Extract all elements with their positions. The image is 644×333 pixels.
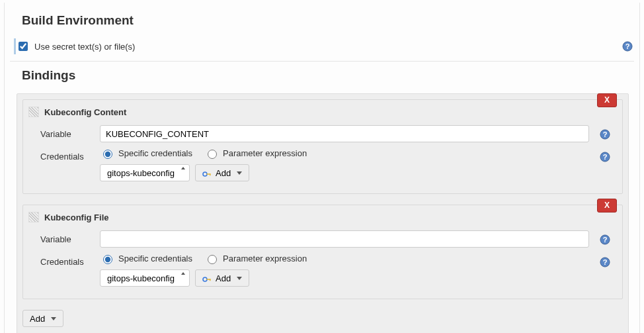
credentials-select[interactable]: gitops-kubeconfig xyxy=(100,269,190,287)
delete-binding-button[interactable]: X xyxy=(597,93,617,107)
variable-label: Variable xyxy=(40,125,93,139)
radio-specific-credentials[interactable]: Specific credentials xyxy=(100,148,192,159)
drag-handle-icon[interactable] xyxy=(28,212,39,222)
svg-rect-6 xyxy=(210,173,211,175)
add-credential-label: Add xyxy=(216,273,231,283)
chevron-down-icon xyxy=(237,277,242,280)
variable-input[interactable] xyxy=(100,125,589,142)
bindings-area: X Kubeconfig Content Variable ? Credenti… xyxy=(17,93,629,333)
svg-text:?: ? xyxy=(603,130,608,138)
variable-label: Variable xyxy=(40,230,93,244)
key-icon xyxy=(202,275,212,281)
radio-specific-credentials[interactable]: Specific credentials xyxy=(100,253,192,264)
binding-title: Kubeconfig Content xyxy=(44,107,126,117)
radio-param-label: Parameter expression xyxy=(223,254,307,263)
radio-param-input[interactable] xyxy=(208,255,217,264)
section-bindings: Bindings xyxy=(22,68,634,83)
add-credential-button[interactable]: Add xyxy=(195,164,249,181)
svg-text:?: ? xyxy=(603,258,608,266)
help-icon[interactable]: ? xyxy=(600,148,610,162)
help-icon[interactable]: ? xyxy=(600,253,610,267)
use-secret-checkbox[interactable] xyxy=(19,42,28,51)
chevron-down-icon xyxy=(237,171,242,175)
radio-specific-input[interactable] xyxy=(103,150,112,159)
svg-point-4 xyxy=(203,172,207,176)
use-secret-label: Use secret text(s) or file(s) xyxy=(34,42,622,52)
key-icon xyxy=(202,169,212,176)
svg-text:?: ? xyxy=(625,42,630,50)
credentials-label: Credentials xyxy=(40,253,93,267)
binding-title: Kubeconfig File xyxy=(44,213,109,222)
radio-specific-label: Specific credentials xyxy=(118,148,192,158)
chevron-down-icon xyxy=(51,317,56,320)
add-credential-label: Add xyxy=(216,168,231,178)
variable-input[interactable] xyxy=(100,230,589,248)
binding-card: X Kubeconfig Content Variable ? Credenti… xyxy=(22,99,623,194)
radio-parameter-expression[interactable]: Parameter expression xyxy=(204,253,307,264)
svg-text:?: ? xyxy=(603,236,608,244)
add-binding-label: Add xyxy=(30,314,45,324)
radio-param-input[interactable] xyxy=(208,150,217,159)
drag-handle-icon[interactable] xyxy=(28,107,39,117)
radio-parameter-expression[interactable]: Parameter expression xyxy=(204,148,307,159)
credentials-select[interactable]: gitops-kubeconfig xyxy=(100,164,190,181)
option-use-secret[interactable]: Use secret text(s) or file(s) ? xyxy=(14,38,634,54)
section-build-environment: Build Environment xyxy=(22,13,634,28)
radio-param-label: Parameter expression xyxy=(223,148,307,158)
svg-text:?: ? xyxy=(603,153,608,161)
add-binding-button[interactable]: Add xyxy=(22,310,63,327)
svg-rect-13 xyxy=(210,279,211,281)
binding-card: X Kubeconfig File Variable ? Credentials xyxy=(22,205,623,299)
delete-binding-button[interactable]: X xyxy=(597,199,617,213)
svg-point-11 xyxy=(203,277,207,281)
divider xyxy=(10,61,634,62)
radio-specific-label: Specific credentials xyxy=(118,254,192,263)
help-icon[interactable]: ? xyxy=(600,230,610,245)
radio-specific-input[interactable] xyxy=(103,255,112,264)
help-icon[interactable]: ? xyxy=(622,41,633,52)
help-icon[interactable]: ? xyxy=(600,125,610,140)
credentials-label: Credentials xyxy=(40,148,93,162)
add-credential-button[interactable]: Add xyxy=(195,269,249,287)
